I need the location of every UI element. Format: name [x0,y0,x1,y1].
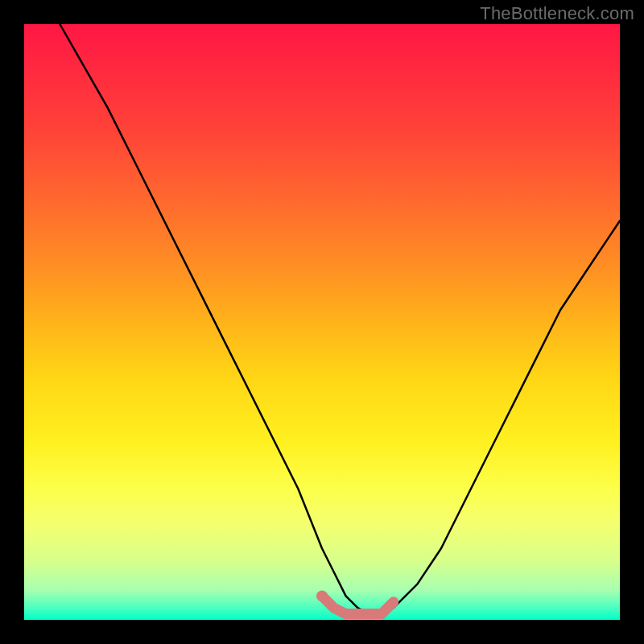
marker-dot [316,590,328,601]
optimal-range-marker [322,596,394,613]
bottleneck-curve [60,24,620,614]
chart-frame: TheBottleneck.com [0,0,644,644]
plot-area [24,24,620,620]
watermark-text: TheBottleneck.com [480,3,634,24]
curve-layer [24,24,620,620]
